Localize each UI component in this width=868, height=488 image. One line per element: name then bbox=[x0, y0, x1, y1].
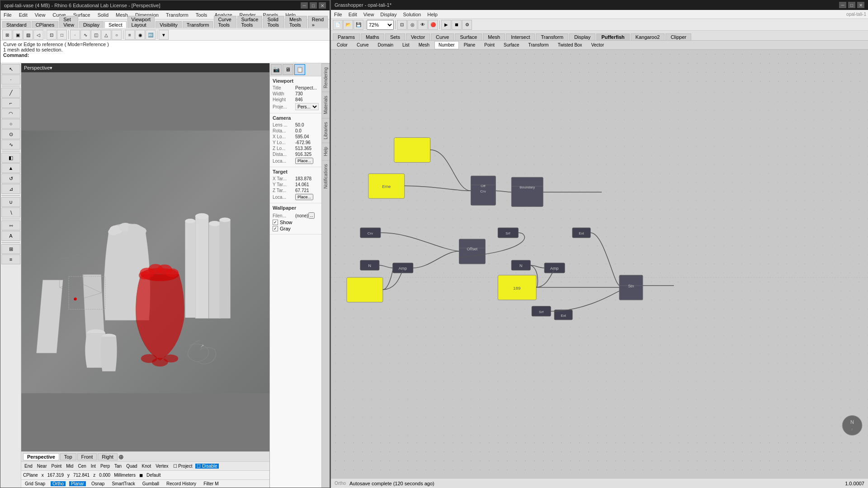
tb-sel-pts[interactable]: · bbox=[70, 30, 80, 40]
tb-sel-curves[interactable]: ∿ bbox=[80, 30, 90, 40]
status-grid-snap[interactable]: Grid Snap bbox=[23, 481, 47, 486]
rhino-viewport[interactable]: ↗ bbox=[21, 72, 269, 451]
gh-tab-maths[interactable]: Maths bbox=[361, 33, 384, 40]
side-tab-libraries[interactable]: Libraries bbox=[322, 118, 330, 143]
tab-viewport-layout[interactable]: Viewport Layout bbox=[127, 16, 155, 28]
status-ortho[interactable]: Ortho bbox=[51, 481, 66, 486]
viewport-tab-front[interactable]: Front bbox=[77, 453, 97, 460]
viewport-tab-add[interactable]: ⊕ bbox=[118, 453, 124, 460]
osnap-int[interactable]: Int bbox=[90, 464, 97, 469]
lt-circle-tool[interactable]: ○ bbox=[1, 119, 20, 129]
viewport-tab-top[interactable]: Top bbox=[60, 453, 76, 460]
maximize-button[interactable]: □ bbox=[310, 2, 317, 9]
lt-polyline-tool[interactable]: ⌐ bbox=[1, 98, 20, 108]
tb-select-window[interactable]: ▣ bbox=[13, 30, 23, 40]
close-button[interactable]: ✕ bbox=[319, 2, 326, 9]
gh-subtab-twisted-box[interactable]: Twisted Box bbox=[554, 41, 586, 49]
osnap-end[interactable]: End bbox=[23, 464, 34, 469]
gh-tb-wire-mode[interactable]: ◎ bbox=[407, 20, 417, 30]
gh-subtab-vector[interactable]: Vector bbox=[587, 41, 608, 49]
menu-transform[interactable]: Transform bbox=[165, 12, 190, 18]
osnap-tan[interactable]: Tan bbox=[113, 464, 123, 469]
osnap-vertex[interactable]: Vertex bbox=[154, 464, 170, 469]
gh-subtab-list[interactable]: List bbox=[398, 41, 414, 49]
menu-tools[interactable]: Tools bbox=[194, 12, 209, 18]
gh-tb-settings[interactable]: ⚙ bbox=[462, 20, 472, 30]
gh-tb-save[interactable]: 💾 bbox=[354, 20, 363, 30]
tab-rend[interactable]: Rend » bbox=[308, 16, 328, 28]
tab-solid-tools[interactable]: Solid Tools bbox=[263, 16, 284, 28]
lt-dimension[interactable]: ⇿ bbox=[1, 221, 20, 230]
gray-checkbox[interactable]: ✓ bbox=[273, 226, 278, 231]
tab-surface-tools[interactable]: Surface Tools bbox=[237, 16, 263, 28]
gh-menu-view[interactable]: View bbox=[362, 12, 376, 17]
osnap-disable[interactable]: ☐ Disable bbox=[195, 464, 218, 469]
status-smarttrack[interactable]: SmartTrack bbox=[110, 481, 137, 486]
lt-named-views[interactable]: ⊞ bbox=[1, 244, 20, 254]
status-gumball[interactable]: Gumball bbox=[141, 481, 161, 486]
lt-curve-tool[interactable]: ∿ bbox=[1, 140, 20, 150]
panel-icon-display[interactable]: 🖥 bbox=[283, 64, 293, 75]
gh-tab-display[interactable]: Display bbox=[569, 33, 595, 40]
tab-curve-tools[interactable]: Curve Tools bbox=[214, 16, 236, 28]
osnap-knot[interactable]: Knot bbox=[141, 464, 153, 469]
gh-menu-display[interactable]: Display bbox=[379, 12, 398, 17]
gh-subtab-number[interactable]: Number bbox=[434, 41, 459, 49]
file-browse-button[interactable]: ... bbox=[308, 212, 315, 219]
gh-tab-clipper[interactable]: Clipper bbox=[665, 33, 691, 40]
gh-subtab-domain[interactable]: Domain bbox=[374, 41, 397, 49]
proj-select[interactable]: Pers... Ortho bbox=[295, 103, 319, 110]
menu-file[interactable]: File bbox=[2, 12, 13, 18]
gh-tb-new[interactable]: 📄 bbox=[333, 20, 343, 30]
panel-icon-props[interactable]: 📋 bbox=[294, 64, 305, 75]
gh-close[interactable]: ✕ bbox=[857, 2, 864, 8]
viewport-tab-perspective[interactable]: Perspective bbox=[23, 453, 59, 460]
side-tab-materials[interactable]: Materials bbox=[322, 92, 330, 118]
gh-menu-solution[interactable]: Solution bbox=[401, 12, 422, 17]
tb-sel-layer[interactable]: ≡ bbox=[125, 30, 135, 40]
menu-edit[interactable]: Edit bbox=[18, 12, 29, 18]
gh-tab-curve[interactable]: Curve bbox=[431, 33, 454, 40]
tab-select[interactable]: Select bbox=[104, 21, 127, 28]
panel-icon-camera[interactable]: 📷 bbox=[271, 64, 282, 75]
tb-sel-color[interactable]: ◉ bbox=[135, 30, 145, 40]
gh-tab-vector[interactable]: Vector bbox=[406, 33, 430, 40]
lt-point-tool[interactable]: · bbox=[1, 75, 20, 84]
tb-sel-meshes[interactable]: △ bbox=[101, 30, 111, 40]
show-checkbox[interactable]: ✓ bbox=[273, 220, 278, 225]
lt-layers[interactable]: ≡ bbox=[1, 254, 20, 264]
osnap-near[interactable]: Near bbox=[36, 464, 48, 469]
gh-subtab-surface[interactable]: Surface bbox=[500, 41, 523, 49]
lt-loft-tool[interactable]: ⊿ bbox=[1, 184, 20, 194]
osnap-point[interactable]: Point bbox=[50, 464, 63, 469]
gh-tab-kangaroo2[interactable]: Kangaroo2 bbox=[631, 33, 665, 40]
tab-setview[interactable]: Set View bbox=[59, 16, 78, 28]
gh-tb-preview[interactable]: 👁 bbox=[418, 20, 428, 30]
gh-subtab-curve[interactable]: Curve bbox=[353, 41, 373, 49]
gh-tab-pufferfish[interactable]: Pufferfish bbox=[596, 33, 629, 40]
tab-visibility[interactable]: Visibility bbox=[156, 21, 182, 28]
place-target-button[interactable]: Place... bbox=[295, 194, 313, 200]
tab-mesh-tools[interactable]: Mesh Tools bbox=[285, 16, 307, 28]
tb-sel-closed[interactable]: ○ bbox=[112, 30, 122, 40]
gh-subtab-mesh[interactable]: Mesh bbox=[415, 41, 434, 49]
gh-tb-preview-off[interactable]: ⏹ bbox=[452, 20, 462, 30]
lt-line-tool[interactable]: ╱ bbox=[1, 88, 20, 98]
side-tab-help[interactable]: Help bbox=[322, 143, 330, 160]
lt-ellipse-tool[interactable]: ⊙ bbox=[1, 129, 20, 139]
gh-menu-file[interactable]: File bbox=[333, 12, 344, 17]
osnap-cen[interactable]: Cen bbox=[76, 464, 87, 469]
tb-select-crossing[interactable]: ▨ bbox=[23, 30, 33, 40]
tb-sel-by-name[interactable]: 🔤 bbox=[146, 30, 156, 40]
lt-text[interactable]: A bbox=[1, 231, 20, 241]
gh-tab-mesh[interactable]: Mesh bbox=[483, 33, 505, 40]
status-osnap[interactable]: Osnap bbox=[90, 481, 106, 486]
gh-canvas[interactable]: Erne Off Crv Boundary bbox=[331, 50, 868, 478]
gh-menu-help[interactable]: Help bbox=[426, 12, 439, 17]
place-camera-button[interactable]: Place... bbox=[295, 158, 313, 164]
menu-view[interactable]: View bbox=[33, 12, 47, 18]
osnap-project-cb[interactable]: ☐ Project bbox=[172, 464, 194, 469]
gh-subtab-plane[interactable]: Plane bbox=[460, 41, 480, 49]
lt-boolean-union[interactable]: ∪ bbox=[1, 197, 20, 207]
gh-tab-sets[interactable]: Sets bbox=[385, 33, 405, 40]
